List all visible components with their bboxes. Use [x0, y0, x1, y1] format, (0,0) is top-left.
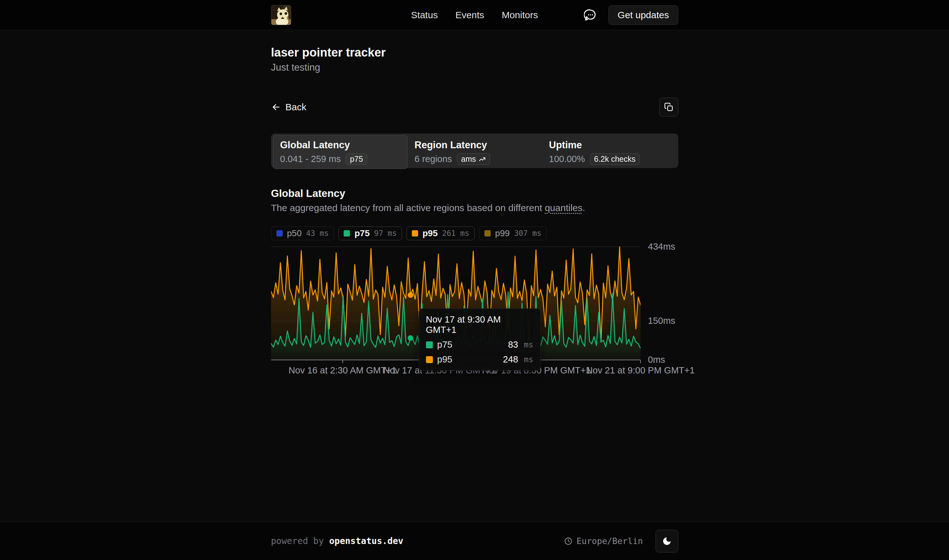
chart-tooltip: Nov 17 at 9:30 AM GMT+1 p75 83 ms p95 24…	[419, 308, 541, 371]
legend-label: p75	[354, 228, 369, 238]
tooltip-title: Nov 17 at 9:30 AM GMT+1	[426, 314, 534, 335]
get-updates-button[interactable]: Get updates	[609, 5, 678, 25]
y-axis-label: 150ms	[648, 316, 675, 325]
footer: powered by openstatus.dev Europe/Berlin	[0, 522, 949, 560]
x-axis-tick	[342, 360, 343, 363]
p99-swatch	[484, 230, 491, 237]
back-label: Back	[286, 102, 307, 112]
nav-links: Status Events Monitors	[411, 10, 538, 20]
nav-link-events[interactable]: Events	[455, 10, 484, 20]
p75-hover-dot	[408, 335, 413, 341]
clock-icon	[564, 537, 573, 546]
latency-chart[interactable]: Nov 16 at 2:30 AM GMT+1Nov 17 at 11:30 P…	[271, 246, 678, 378]
trending-up-icon	[478, 155, 486, 163]
tab-value: 100.00%	[549, 154, 585, 164]
description-text: The aggregated latency from all active r…	[271, 203, 545, 213]
legend-value: 307 ms	[514, 229, 541, 238]
tooltip-unit: ms	[524, 340, 533, 349]
main-content: laser pointer tracker Just testing Back …	[0, 30, 949, 522]
tab-label: Uptime	[549, 140, 669, 151]
legend-label: p95	[423, 228, 438, 238]
back-link[interactable]: Back	[271, 102, 307, 112]
p75-swatch	[344, 230, 350, 237]
page-subtitle: Just testing	[271, 62, 678, 73]
tooltip-label: p75	[437, 340, 452, 350]
legend-value: 43 ms	[306, 229, 329, 238]
tab-value: 0.041 - 259 ms	[280, 154, 341, 164]
metric-tabbar: Global Latency 0.041 - 259 ms p75 Region…	[271, 134, 678, 168]
x-axis-label: Nov 16 at 2:30 AM GMT+1	[289, 365, 397, 375]
legend-badge-p99[interactable]: p99 307 ms	[479, 226, 547, 240]
legend-value: 97 ms	[374, 229, 397, 238]
arrow-left-icon	[271, 102, 281, 112]
copy-button[interactable]	[659, 98, 678, 117]
tooltip-unit: ms	[524, 355, 533, 364]
p50-swatch	[277, 230, 283, 237]
timezone-display: Europe/Berlin	[564, 536, 643, 546]
page-title: laser pointer tracker	[271, 46, 678, 59]
p75-swatch	[426, 342, 433, 348]
p95-swatch	[426, 356, 433, 363]
nav-link-status[interactable]: Status	[411, 10, 438, 20]
theme-toggle-button[interactable]	[655, 530, 678, 552]
quantiles-link[interactable]: quantiles	[545, 203, 582, 213]
legend-badge-p50[interactable]: p50 43 ms	[271, 226, 334, 240]
legend-badge-p75[interactable]: p75 97 ms	[338, 226, 402, 240]
back-row: Back	[271, 98, 678, 117]
tab-label: Global Latency	[280, 140, 400, 151]
powered-by: powered by openstatus.dev	[271, 536, 403, 546]
y-axis-label: 0ms	[648, 355, 665, 364]
timezone-label: Europe/Berlin	[577, 536, 643, 546]
tab-label: Region Latency	[415, 140, 535, 151]
chat-bubble-icon	[584, 8, 597, 22]
section-description: The aggregated latency from all active r…	[271, 203, 678, 213]
navbar: Status Events Monitors Get updates	[0, 0, 949, 30]
p95-hover-dot	[408, 292, 413, 298]
tab-global-latency[interactable]: Global Latency 0.041 - 259 ms p75	[273, 135, 408, 169]
section-title: Global Latency	[271, 188, 678, 200]
tooltip-label: p95	[437, 354, 452, 365]
x-axis-tick	[640, 360, 641, 363]
tab-uptime[interactable]: Uptime 100.00% 6.2k checks	[542, 135, 676, 169]
x-axis-label: Nov 21 at 9:00 PM GMT+1	[586, 365, 695, 375]
tooltip-row-p75: p75 83 ms	[426, 340, 534, 350]
checks-badge: 6.2k checks	[590, 153, 640, 165]
quantile-badge: p75	[346, 153, 367, 165]
tooltip-value: 83	[508, 340, 518, 350]
cat-logo-image	[271, 5, 291, 25]
tooltip-row-p95: p95 248 ms	[426, 354, 534, 365]
openstatus-link[interactable]: openstatus.dev	[329, 536, 403, 546]
tab-value: 6 regions	[415, 154, 452, 164]
y-axis-label: 434ms	[648, 242, 675, 251]
legend-label: p99	[495, 228, 510, 238]
copy-icon	[664, 102, 674, 112]
tab-region-latency[interactable]: Region Latency 6 regions ams	[408, 135, 542, 169]
region-badge: ams	[457, 153, 490, 165]
legend-label: p50	[287, 228, 302, 238]
logo[interactable]	[271, 5, 291, 25]
legend-badge-p95[interactable]: p95 261 ms	[406, 226, 475, 240]
nav-right-group: Get updates	[584, 5, 678, 25]
moon-icon	[662, 536, 672, 546]
nav-link-monitors[interactable]: Monitors	[502, 10, 538, 20]
legend-value: 261 ms	[442, 229, 469, 238]
powered-by-label: powered by	[271, 536, 324, 546]
description-period: .	[582, 203, 585, 213]
p95-swatch	[412, 230, 418, 237]
chart-legend: p50 43 ms p75 97 ms p95 261 ms p99 307 m…	[271, 226, 678, 240]
y-axis: 434ms150ms0ms	[648, 246, 678, 360]
region-badge-label: ams	[461, 154, 476, 164]
chat-button[interactable]	[584, 8, 597, 22]
tooltip-value: 248	[503, 354, 518, 365]
